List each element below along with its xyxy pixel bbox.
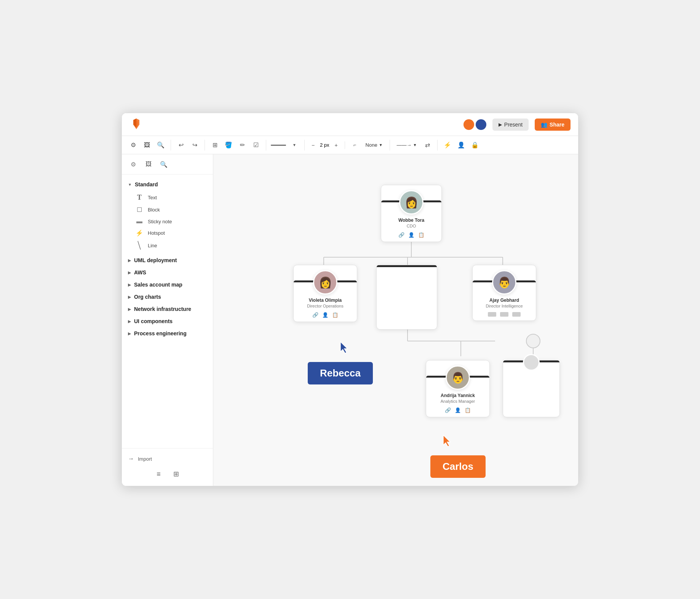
sidebar-item-text[interactable]: T Text — [122, 191, 213, 204]
sidebar-search-btn[interactable]: 🔍 — [158, 159, 169, 170]
sidebar-section-label-process: Process engineering — [134, 330, 187, 336]
search-tool[interactable]: 🔍 — [155, 140, 166, 151]
wobbe-person-icon[interactable]: 👤 — [408, 232, 414, 238]
block-icon: ☐ — [136, 206, 143, 213]
sidebar-section-org: ▶ Org charts — [122, 291, 213, 302]
org-card-empty2[interactable] — [503, 360, 560, 417]
app-container: ▶ Present 👥 Share ⚙ 🖼 🔍 ↩ ↪ ⊞ 🪣 ✏ ☑ ▼ — [121, 113, 579, 486]
toggle-orange[interactable] — [463, 119, 474, 130]
chevron-right-icon-network: ▶ — [128, 307, 131, 311]
sidebar-view-toggles: ≡ ⊞ — [128, 464, 207, 481]
sidebar-section-label-org: Org charts — [134, 294, 161, 300]
sidebar-section-label-standard: Standard — [135, 181, 158, 187]
sidebar-section-header-aws[interactable]: ▶ AWS — [122, 267, 213, 278]
sidebar-item-label-text: Text — [148, 195, 157, 200]
sidebar-section-header-ui[interactable]: ▶ UI components — [122, 316, 213, 327]
present-label: Present — [504, 122, 523, 128]
sidebar-section-label-uml: UML deployment — [134, 257, 177, 263]
sidebar-section-header-uml[interactable]: ▶ UML deployment — [122, 255, 213, 266]
grid-view-toggle[interactable]: ⊞ — [171, 468, 182, 480]
sidebar-content: ▼ Standard T Text ☐ Block ▬ — [122, 175, 213, 448]
org-card-violeta[interactable]: 👩 Violeta Olimpia Director Operations 🔗 … — [293, 265, 357, 322]
sidebar-item-label-line: Line — [148, 243, 157, 248]
chevron-down-icon: ▼ — [128, 183, 132, 187]
import-icon: → — [128, 455, 134, 462]
cursor-blue — [339, 341, 350, 356]
px-decrease[interactable]: − — [309, 141, 317, 149]
toggle-blue[interactable] — [476, 119, 486, 130]
sidebar-item-block[interactable]: ☐ Block — [122, 204, 213, 216]
px-increase[interactable]: + — [332, 141, 340, 149]
person-tool[interactable]: 👤 — [456, 140, 467, 151]
arrow-preview: ——→ — [397, 142, 412, 148]
sidebar-footer: → Import ≡ ⊞ — [122, 448, 213, 486]
andrija-edit-icon[interactable]: 📋 — [465, 407, 471, 413]
org-card-empty1[interactable] — [376, 265, 437, 330]
sidebar-section-header-network[interactable]: ▶ Network infrastructure — [122, 304, 213, 314]
sidebar-section-header-sales[interactable]: ▶ Sales account map — [122, 279, 213, 290]
logo[interactable] — [129, 117, 143, 132]
toolbar-arrow-group: ——→ ▼ ⇄ — [395, 140, 438, 151]
sidebar-image-btn[interactable]: 🖼 — [143, 159, 154, 170]
stroke-dropdown[interactable]: ▼ — [289, 140, 300, 151]
arrow-dropdown[interactable]: ——→ ▼ — [395, 141, 419, 149]
sidebar-item-sticky[interactable]: ▬ Sticky note — [122, 216, 213, 227]
carlos-text: Carlos — [443, 461, 473, 472]
violeta-actions: 🔗 👤 📋 — [312, 312, 338, 318]
sidebar-section-sales: ▶ Sales account map — [122, 279, 213, 290]
sidebar-search-bar: ⚙ 🖼 🔍 — [122, 154, 213, 175]
violeta-edit-icon[interactable]: 📋 — [332, 312, 338, 318]
lock-tool[interactable]: 🔒 — [470, 140, 480, 151]
mode-toggle-group[interactable] — [463, 119, 486, 130]
chevron-right-icon-process: ▶ — [128, 332, 131, 336]
present-button[interactable]: ▶ Present — [492, 119, 529, 131]
wobbe-edit-icon[interactable]: 📋 — [418, 232, 424, 238]
andrija-title: Analytics Manager — [438, 399, 478, 404]
wobbe-title: CDO — [404, 224, 419, 228]
org-card-wobbe[interactable]: 👩 Wobbe Tora CDO 🔗 👤 📋 — [381, 185, 442, 242]
undo-button[interactable]: ↩ — [176, 140, 186, 151]
sidebar-section-process: ▶ Process engineering — [122, 328, 213, 339]
canvas[interactable]: 👩 Wobbe Tora CDO 🔗 👤 📋 👩 Violeta Olimpia… — [213, 154, 578, 486]
sidebar-item-hotspot[interactable]: ⚡ Hotspot — [122, 227, 213, 239]
org-card-andrija[interactable]: 👨 Andrija Yannick Analytics Manager 🔗 👤 … — [426, 360, 490, 417]
violeta-link-icon[interactable]: 🔗 — [312, 312, 318, 318]
violeta-person-icon[interactable]: 👤 — [322, 312, 328, 318]
table-tool[interactable]: ⊞ — [209, 140, 220, 151]
wobbe-link-icon[interactable]: 🔗 — [398, 232, 404, 238]
sidebar-section-header-org[interactable]: ▶ Org charts — [122, 291, 213, 302]
import-button[interactable]: → Import — [128, 453, 207, 464]
pen-tool[interactable]: ✏ — [237, 140, 248, 151]
swap-arrow[interactable]: ⇄ — [422, 140, 433, 151]
toolbar-extra-group: ⚡ 👤 🔒 — [442, 140, 485, 151]
andrija-person-icon[interactable]: 👤 — [455, 407, 461, 413]
corner-tool[interactable]: ⌐ — [350, 140, 360, 151]
svg-point-11 — [526, 334, 540, 348]
checkbox-tool[interactable]: ☑ — [251, 140, 261, 151]
list-view-toggle[interactable]: ≡ — [153, 468, 165, 480]
image-tool[interactable]: 🖼 — [142, 140, 152, 151]
violeta-title: Director Operations — [304, 304, 346, 308]
violeta-name: Violeta Olimpia — [306, 298, 345, 303]
toolbar-corner-group: ⌐ None ▼ — [350, 140, 390, 151]
sidebar-item-line[interactable]: ╱ Line — [122, 239, 213, 252]
rebecca-text: Rebecca — [320, 367, 361, 379]
lightning-tool[interactable]: ⚡ — [442, 140, 453, 151]
chevron-right-icon-sales: ▶ — [128, 283, 131, 287]
sidebar-section-label-sales: Sales account map — [134, 282, 182, 288]
redo-button[interactable]: ↪ — [189, 140, 200, 151]
label-rebecca: Rebecca — [308, 362, 373, 384]
fill-tool[interactable]: 🪣 — [223, 140, 234, 151]
andrija-name: Andrija Yannick — [438, 393, 478, 398]
toolbar-shapes-group: ⊞ 🪣 ✏ ☑ — [209, 140, 266, 151]
settings-tool[interactable]: ⚙ — [128, 140, 139, 151]
import-label: Import — [138, 456, 152, 462]
corner-dropdown[interactable]: None ▼ — [363, 141, 385, 149]
label-carlos: Carlos — [430, 455, 486, 478]
sidebar-settings-btn[interactable]: ⚙ — [128, 159, 139, 170]
share-button[interactable]: 👥 Share — [535, 119, 571, 131]
org-card-ajay[interactable]: 👨 Ajay Gebhard Director Intelligence — [472, 265, 536, 321]
sidebar-section-header-standard[interactable]: ▼ Standard — [122, 179, 213, 190]
sidebar-section-header-process[interactable]: ▶ Process engineering — [122, 328, 213, 339]
andrija-link-icon[interactable]: 🔗 — [445, 407, 451, 413]
